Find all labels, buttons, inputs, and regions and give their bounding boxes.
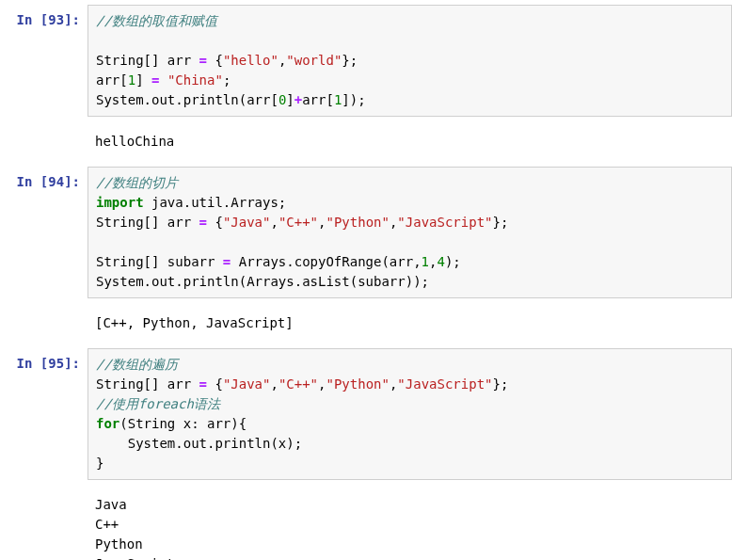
output-cell-0: helloChina xyxy=(88,126,732,157)
code-cell-2[interactable]: //数组的遍历 String[] arr = {"Java","C++","Py… xyxy=(88,348,732,480)
output-cell-2: Java C++ Python JavaScript xyxy=(88,489,732,560)
in-prompt-2: In [95]: xyxy=(0,348,88,480)
code-cell-0[interactable]: //数组的取值和赋值 String[] arr = {"hello","worl… xyxy=(88,5,732,117)
out-prompt-0 xyxy=(0,126,88,157)
code-cell-1[interactable]: //数组的切片 import java.util.Arrays; String[… xyxy=(88,167,732,298)
out-prompt-2 xyxy=(0,489,88,560)
in-prompt-0: In [93]: xyxy=(0,5,88,117)
output-cell-1: [C++, Python, JavaScript] xyxy=(88,308,732,339)
in-prompt-1: In [94]: xyxy=(0,167,88,298)
out-prompt-1 xyxy=(0,308,88,339)
